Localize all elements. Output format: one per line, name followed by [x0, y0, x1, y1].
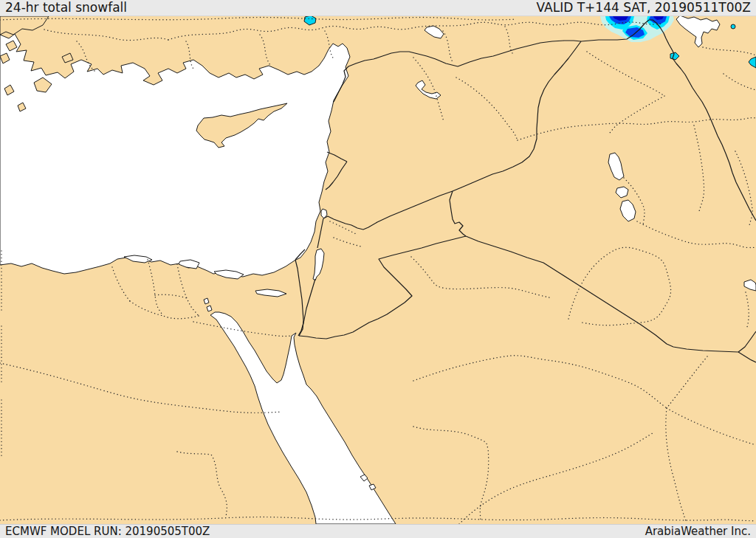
weather-map-screen: 24-hr total snowfall VALID T+144 SAT, 20… — [0, 0, 756, 538]
map-canvas — [0, 0, 756, 538]
brand-label: ArabiaWeather Inc. — [645, 526, 751, 537]
page-title: 24-hr total snowfall — [5, 1, 127, 14]
valid-time-label: VALID T+144 SAT, 20190511T00Z — [537, 1, 751, 14]
model-run-label: ECMWF MODEL RUN: 20190505T00Z — [5, 526, 210, 537]
footer-bar: ECMWF MODEL RUN: 20190505T00Z ArabiaWeat… — [0, 524, 756, 538]
header-bar: 24-hr total snowfall VALID T+144 SAT, 20… — [0, 0, 756, 16]
